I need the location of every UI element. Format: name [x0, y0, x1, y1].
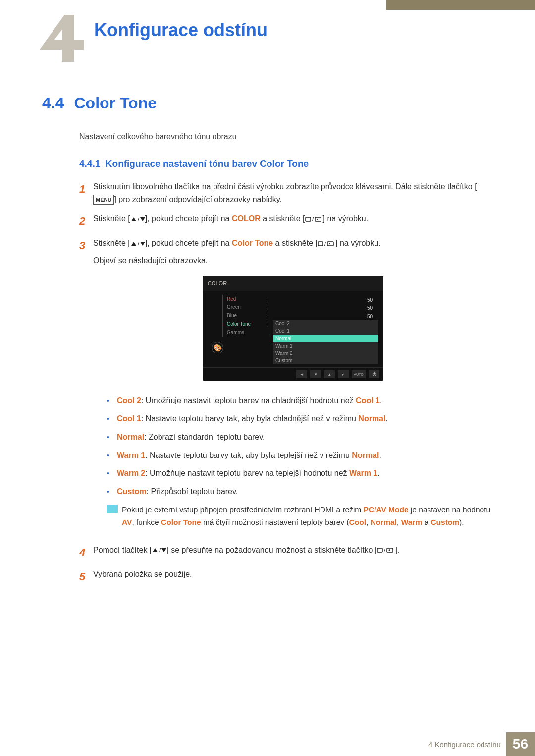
target-colortone: Color Tone: [232, 239, 273, 247]
subsection-number: 4.4.1: [79, 158, 100, 169]
subsection-heading: 4.4.1 Konfigurace nastavení tónu barev C…: [79, 158, 493, 169]
nav-power-icon: ⏻: [369, 370, 379, 378]
osd-opt-cool1: Cool 1: [273, 327, 378, 335]
step-body: Stiskněte [/], pokud chcete přejít na Co…: [93, 237, 493, 536]
footer-divider: [20, 728, 515, 728]
step-number: 3: [79, 237, 93, 536]
note-icon: [107, 504, 122, 529]
bullet-warm1: Warm 1: Nastavte teplotu barvy tak, aby …: [107, 450, 493, 462]
section-title: Color Tone: [74, 94, 157, 112]
svg-marker-8: [140, 242, 145, 246]
page-footer: 4 Konfigurace odstínu 56: [0, 728, 535, 756]
osd-opt-custom: Custom: [273, 357, 378, 364]
step-body: Vybraná položka se použije.: [93, 568, 493, 585]
osd-val-green: 50: [273, 304, 373, 312]
svg-text:/: /: [138, 241, 140, 247]
osd-colons: ::::: [267, 295, 273, 364]
svg-marker-2: [140, 217, 145, 221]
footer-page-number: 56: [506, 732, 535, 756]
osd-menu-blue: Blue: [222, 311, 267, 320]
osd-menu-gamma: Gamma: [222, 328, 267, 337]
section-number: 4.4: [42, 94, 64, 112]
bullet-normal: Normal: Zobrazí standardní teplotu barev…: [107, 431, 493, 444]
subsection-title: Konfigurace nastavení tónu barev Color T…: [106, 158, 309, 169]
up-down-icon: /: [152, 547, 166, 553]
svg-marker-0: [131, 217, 136, 221]
bullet-cool2: Cool 2: Umožňuje nastavit teplotu barev …: [107, 395, 493, 407]
step-5: 5 Vybraná položka se použije.: [79, 568, 493, 585]
up-down-icon: /: [130, 241, 145, 247]
svg-marker-12: [153, 548, 158, 552]
nav-enter-icon: ↲: [338, 370, 349, 378]
nav-left-icon: ◂: [296, 370, 307, 378]
osd-title: COLOR: [203, 276, 383, 291]
chapter-number-graphic: [30, 10, 94, 69]
step-number: 2: [79, 212, 93, 230]
bullet-warm2: Warm 2: Umožňuje nastavit teplotu barev …: [107, 467, 493, 480]
osd-opt-warm1: Warm 1: [273, 342, 378, 350]
svg-rect-9: [318, 242, 323, 246]
enter-source-icon: /: [377, 547, 395, 553]
nav-up-icon: ▴: [324, 370, 335, 378]
step-body: Stiskněte [/], pokud chcete přejít na CO…: [93, 212, 493, 230]
chapter-title: Konfigurace odstínu: [94, 20, 268, 41]
osd-opt-cool2: Cool 2: [273, 320, 378, 327]
svg-text:/: /: [384, 547, 386, 553]
footer-bar: 4 Konfigurace odstínu 56: [0, 732, 535, 756]
option-descriptions: Cool 2: Umožňuje nastavit teplotu barev …: [107, 395, 493, 498]
svg-text:/: /: [138, 216, 140, 222]
step-2: 2 Stiskněte [/], pokud chcete přejít na …: [79, 212, 493, 230]
osd-options-list: Cool 2 Cool 1 Normal Warm 1 Warm 2 Custo…: [273, 320, 378, 364]
up-down-icon: /: [130, 216, 145, 222]
target-color: COLOR: [232, 214, 261, 223]
svg-text:/: /: [312, 216, 314, 222]
svg-marker-14: [161, 548, 166, 552]
svg-rect-3: [306, 217, 311, 221]
osd-screenshot: COLOR Red Green Blue Color Tone Gamma: [93, 276, 493, 381]
enter-source-icon: /: [305, 216, 323, 222]
step-body: Stisknutím libovolného tlačítka na předn…: [93, 180, 493, 205]
step-3: 3 Stiskněte [/], pokud chcete přejít na …: [79, 237, 493, 536]
steps-list: 1 Stisknutím libovolného tlačítka na pře…: [79, 180, 493, 585]
section-heading: 4.4Color Tone: [42, 94, 493, 112]
osd-menu-red: Red: [222, 295, 267, 303]
svg-text:/: /: [159, 547, 161, 553]
osd-val-red: 50: [273, 296, 373, 304]
osd-menu-green: Green: [222, 303, 267, 311]
header-accent-bar: [386, 0, 535, 10]
page: Konfigurace odstínu 4.4Color Tone Nastav…: [0, 0, 535, 756]
palette-icon: 🎨: [212, 342, 223, 353]
step-number: 1: [79, 180, 93, 205]
content-area: 4.4Color Tone Nastavení celkového barevn…: [42, 94, 493, 592]
osd-menu-list: Red Green Blue Color Tone Gamma: [208, 295, 267, 337]
note-block: Pokud je externí vstup připojen prostřed…: [107, 504, 493, 529]
chapter-four-icon: [30, 10, 94, 69]
osd-opt-warm2: Warm 2: [273, 350, 378, 357]
step-body: Pomocí tlačítek [/] se přesuňte na požad…: [93, 544, 493, 561]
menu-button-label: MENU: [93, 195, 114, 205]
step-4: 4 Pomocí tlačítek [/] se přesuňte na pož…: [79, 544, 493, 561]
note-text: Pokud je externí vstup připojen prostřed…: [122, 504, 493, 529]
footer-chapter-label: 4 Konfigurace odstínu: [428, 740, 501, 749]
osd-opt-normal: Normal: [273, 335, 378, 342]
svg-text:/: /: [324, 241, 326, 247]
bullet-custom: Custom: Přizpůsobí teplotu barev.: [107, 486, 493, 498]
section-intro: Nastavení celkového barevného tónu obraz…: [79, 132, 493, 141]
enter-source-icon: /: [318, 241, 335, 247]
svg-marker-6: [131, 242, 136, 246]
osd-menu-colortone: Color Tone: [222, 320, 267, 328]
step-number: 4: [79, 544, 93, 561]
osd-body: Red Green Blue Color Tone Gamma 🎨: [203, 291, 383, 367]
osd-panel: COLOR Red Green Blue Color Tone Gamma: [203, 276, 383, 381]
osd-left-column: Red Green Blue Color Tone Gamma 🎨: [208, 295, 267, 364]
step-number: 5: [79, 568, 93, 585]
step-3-line2: Objeví se následující obrazovka.: [93, 254, 493, 267]
bullet-cool1: Cool 1: Nastavte teplotu barvy tak, aby …: [107, 413, 493, 425]
nav-down-icon: ▾: [310, 370, 321, 378]
nav-auto-button: AUTO: [352, 370, 366, 378]
osd-nav-bar: ◂ ▾ ▴ ↲ AUTO ⏻: [203, 367, 383, 381]
step-1: 1 Stisknutím libovolného tlačítka na pře…: [79, 180, 493, 205]
osd-values: 50 50 50: [273, 295, 378, 321]
svg-rect-15: [377, 548, 382, 552]
